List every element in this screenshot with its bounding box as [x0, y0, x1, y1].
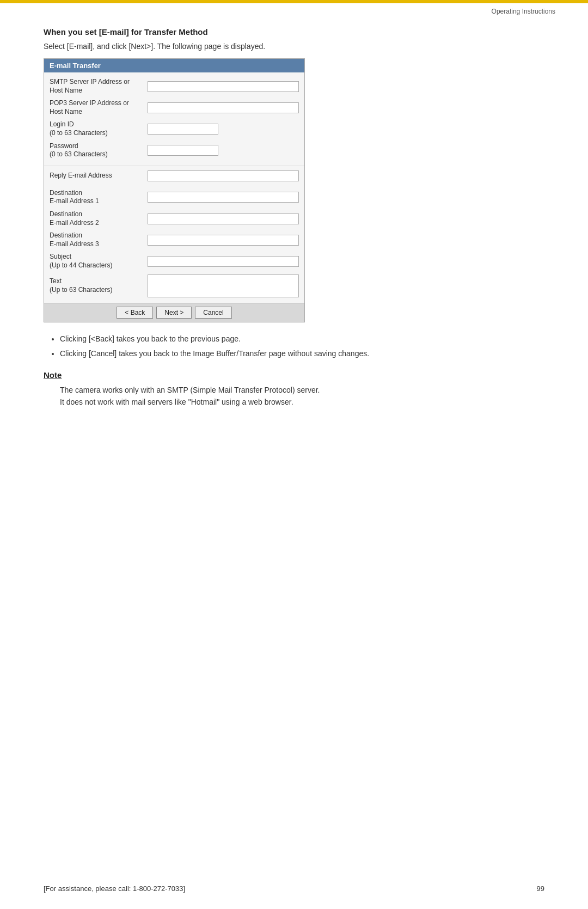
dialog-footer: < Back Next > Cancel: [44, 303, 304, 322]
form-row-text: Text(Up to 63 Characters): [44, 272, 304, 300]
content: When you set [E-mail] for Transfer Metho…: [44, 27, 544, 408]
form-row-pop3: POP3 Server IP Address orHost Name: [44, 97, 304, 118]
bullet-item-back: Clicking [<Back] takes you back to the p…: [60, 333, 544, 345]
page-footer: [For assistance, please call: 1-800-272-…: [0, 884, 588, 893]
label-subject: Subject(Up to 44 Characters): [50, 253, 148, 270]
label-text: Text(Up to 63 Characters): [50, 277, 148, 294]
input-loginid[interactable]: [148, 124, 218, 135]
input-smtp[interactable]: [148, 81, 299, 92]
input-dest2[interactable]: [148, 213, 299, 224]
label-pop3: POP3 Server IP Address orHost Name: [50, 99, 148, 116]
form-row-dest1: DestinationE-mail Address 1: [44, 187, 304, 208]
input-subject[interactable]: [148, 256, 299, 267]
page-header: Operating Instructions: [492, 8, 555, 15]
input-dest3[interactable]: [148, 235, 299, 246]
input-reply-email[interactable]: [148, 170, 299, 181]
footer-left: [For assistance, please call: 1-800-272-…: [44, 884, 185, 893]
label-loginid: Login ID(0 to 63 Characters): [50, 120, 148, 137]
form-row-subject: Subject(Up to 44 Characters): [44, 251, 304, 272]
label-smtp: SMTP Server IP Address orHost Name: [50, 78, 148, 95]
bullet-list: Clicking [<Back] takes you back to the p…: [60, 333, 544, 359]
section-title: When you set [E-mail] for Transfer Metho…: [44, 27, 544, 36]
form-row-password: Password(0 to 63 Characters): [44, 140, 304, 161]
email-transfer-dialog: E-mail Transfer SMTP Server IP Address o…: [44, 58, 305, 322]
footer-right: 99: [537, 884, 544, 893]
dialog-body: SMTP Server IP Address orHost Name POP3 …: [44, 72, 304, 303]
label-password: Password(0 to 63 Characters): [50, 142, 148, 159]
input-text[interactable]: [148, 274, 299, 297]
note-title: Note: [44, 370, 544, 380]
form-row-dest2: DestinationE-mail Address 2: [44, 208, 304, 229]
label-dest3: DestinationE-mail Address 3: [50, 231, 148, 248]
form-row-loginid: Login ID(0 to 63 Characters): [44, 118, 304, 139]
form-row-smtp: SMTP Server IP Address orHost Name: [44, 76, 304, 97]
input-dest1[interactable]: [148, 192, 299, 203]
top-bar: [0, 0, 588, 3]
bullet-item-cancel: Clicking [Cancel] takes you back to the …: [60, 348, 544, 359]
label-dest2: DestinationE-mail Address 2: [50, 210, 148, 227]
form-row-dest3: DestinationE-mail Address 3: [44, 229, 304, 251]
label-dest1: DestinationE-mail Address 1: [50, 189, 148, 206]
back-button[interactable]: < Back: [117, 307, 153, 319]
cancel-button[interactable]: Cancel: [195, 307, 231, 319]
intro-text: Select [E-mail], and click [Next>]. The …: [44, 42, 544, 51]
input-pop3[interactable]: [148, 102, 299, 113]
note-text: The camera works only with an SMTP (Simp…: [60, 384, 544, 408]
label-reply-email: Reply E-mail Address: [50, 172, 148, 180]
next-button[interactable]: Next >: [156, 307, 192, 319]
dialog-titlebar: E-mail Transfer: [44, 59, 304, 72]
input-password[interactable]: [148, 145, 218, 156]
form-row-reply-email: Reply E-mail Address: [44, 166, 304, 184]
